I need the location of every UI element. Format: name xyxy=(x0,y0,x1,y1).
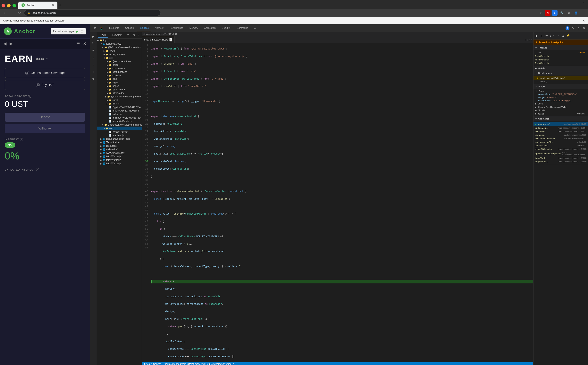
tree-item-main-tsx[interactable]: 📄 main.tsx?t=1629736187334 xyxy=(97,116,142,119)
scope-global[interactable]: ▶ Global Window xyxy=(534,112,588,115)
tree-item-fetch-worker-3[interactable]: ▶ 🌐 fetchWorker.js xyxy=(97,162,142,165)
cs-item-liquidation[interactable]: useLiquidationAlert index.ts:20 xyxy=(534,140,588,144)
star-icon[interactable]: ☆ xyxy=(538,10,543,16)
step-over-ctrl[interactable]: ↷ xyxy=(544,33,548,38)
tree-item-libs[interactable]: ▶ 📁 @libs xyxy=(97,63,142,67)
thread-call-2[interactable]: fetchWorker.js xyxy=(534,58,588,61)
device-icon[interactable]: 📱 xyxy=(98,26,104,30)
sidebar-icon-step-out[interactable]: ↑ xyxy=(91,62,96,67)
tree-item-pages[interactable]: ▶ 📁 pages xyxy=(97,84,142,88)
tree-item-fetch-worker-2[interactable]: ▶ 🌐 fetchWorker.js xyxy=(97,158,142,162)
step-over-button[interactable]: ⊙ xyxy=(80,29,84,34)
forward-button[interactable]: → xyxy=(10,10,15,16)
tree-item-terra-money[interactable]: ▶ 🌐 www.terra.money xyxy=(97,151,142,155)
tree-item-rx-stream[interactable]: ▶ 📁 @rx-stream xyxy=(97,88,142,91)
devtools-menu-icon[interactable]: ⋮ xyxy=(576,26,581,30)
devtools-settings-icon[interactable]: ⚙ xyxy=(570,26,575,30)
cs-item-useMemo2[interactable]: useMemo react.development.js:1532 xyxy=(534,133,588,137)
docs-link[interactable]: Docs ↗ xyxy=(36,57,48,60)
pretty-print-icon[interactable]: ≡ xyxy=(528,38,530,41)
url-input[interactable]: 🔒 localhost:3002/earn xyxy=(24,10,161,16)
scope-block-expand[interactable]: ▼ xyxy=(535,90,537,92)
devtools-tab-memory[interactable]: Memory xyxy=(187,25,201,31)
tree-item-manifest[interactable]: 📄 manifest.json xyxy=(97,133,142,137)
pause-button[interactable]: ⏸ xyxy=(539,34,544,38)
tree-item-vite[interactable]: ▶ 📁 @vite xyxy=(97,49,142,53)
ext-icon-2[interactable]: G xyxy=(552,10,558,16)
tree-item-earn[interactable]: ▼ 📁 earn xyxy=(97,126,142,130)
watch-header[interactable]: ▶ Watch xyxy=(534,66,588,71)
scope-module-expand[interactable]: ▶ xyxy=(535,109,537,112)
cs-item-beginWork[interactable]: beginWork react-dom.development.js:19063 xyxy=(534,156,588,160)
tree-item-resources[interactable]: ▶ 🌐 resources xyxy=(97,144,142,148)
devtools-tab-lighthouse[interactable]: Lighthouse xyxy=(234,25,251,31)
cs-item-renderHooks[interactable]: renderWithHooks react-dom.development.js… xyxy=(534,147,588,151)
ext-icon-3[interactable]: 🔧 xyxy=(559,10,565,16)
devtools-tab-application[interactable]: Application xyxy=(201,25,218,31)
anchor-nav-right[interactable]: ▶ xyxy=(8,40,14,47)
notification-close-button[interactable]: ✕ xyxy=(582,19,585,22)
cs-item-jobs[interactable]: JobsProvider Jobs.tsx:33 xyxy=(534,144,588,147)
apy-toggle-button[interactable]: APY xyxy=(5,142,15,148)
breakpoints-header[interactable]: ▼ Breakpoints xyxy=(534,71,588,76)
code-tab-connected-wallet[interactable]: useConnectedWallet.ts ✕ xyxy=(142,36,175,43)
breakpoint-checkbox[interactable]: ☑ xyxy=(537,77,539,79)
tab-close-button[interactable]: ✕ xyxy=(52,4,54,7)
tree-item-terra-money-wallet[interactable]: ▶ 📁 @terra-money/wallet-provider xyxy=(97,95,142,98)
anchor-nav-left[interactable]: ◀ xyxy=(2,40,8,47)
tree-item-env-ts[interactable]: 📄 env.ts?t=1629735202683 xyxy=(97,109,142,112)
file-tree-icon-1[interactable]: ⊡ xyxy=(132,33,136,38)
tree-item-client[interactable]: ▶ 📁 client xyxy=(97,98,142,102)
tree-item-fetch-worker-1[interactable]: ▶ 🌐 fetchWorker.js xyxy=(97,155,142,158)
code-tab-close-button[interactable]: ✕ xyxy=(169,38,172,42)
deactivate-bp[interactable]: ⊘ xyxy=(561,33,565,38)
cs-item-updateFn[interactable]: updateFunctionComponent react-dom.develo… xyxy=(534,151,588,156)
sidebar-icon-play[interactable]: ▶ xyxy=(91,34,96,39)
deposit-button[interactable]: Deposit xyxy=(5,113,85,122)
tree-item-fix-hmr[interactable]: ▶ 📁 fix-hmr xyxy=(97,102,142,105)
tree-item-react-dev-tools[interactable]: ▶ 🌐 React Developer Tools xyxy=(97,137,142,141)
search-code-icon[interactable]: ↕ xyxy=(531,38,532,41)
tree-item-webpack[interactable]: ▶ 🌐 webpack:// xyxy=(97,148,142,151)
devtools-tab-network[interactable]: Network xyxy=(152,25,166,31)
cs-item-useConnected[interactable]: useConnectedWallet useConnectedWallet.ts… xyxy=(534,137,588,140)
buy-ust-button[interactable]: $ Buy UST xyxy=(5,80,85,90)
get-insurance-button[interactable]: ⊙ Get Insurance Coverage xyxy=(5,68,85,78)
tree-item-jobs[interactable]: ▶ 📁 jobs xyxy=(97,77,142,81)
devtools-tab-performance[interactable]: Performance xyxy=(167,25,186,31)
devtools-tab-sources[interactable]: Sources xyxy=(137,25,151,31)
devtools-more-tabs[interactable]: ≫ xyxy=(252,26,258,30)
resume-button[interactable]: ▶ xyxy=(535,33,539,38)
scope-module[interactable]: ▶ Module xyxy=(534,109,588,112)
anchor-nav-close[interactable]: ✕ xyxy=(82,40,88,47)
threads-header[interactable]: ▼ Threads xyxy=(534,45,588,50)
anchor-nav-menu[interactable]: ☰ xyxy=(75,40,81,47)
tree-item-report[interactable]: 📄 reportWebVitals.ts xyxy=(97,119,142,123)
tree-item-react-refresh[interactable]: 📄 @react-refresh xyxy=(97,130,142,133)
maximize-window-button[interactable] xyxy=(13,4,16,7)
scope-closure-expand[interactable]: ▶ xyxy=(535,106,537,108)
thread-call-1[interactable]: fetchWorker.js xyxy=(534,54,588,58)
step-ctrl[interactable]: → xyxy=(556,34,560,38)
sidebar-icon-step-into[interactable]: ↓ xyxy=(91,55,96,60)
cs-item-anonymous[interactable]: ● (anonymous) useConnectedWallet.ts:32 xyxy=(534,122,588,126)
withdraw-button[interactable]: Withdraw xyxy=(5,124,85,133)
scope-closure[interactable]: ▶ Closure (useConnectedWallet) xyxy=(534,105,588,109)
step-into-ctrl[interactable]: ↓ xyxy=(549,34,552,38)
resume-execution-button[interactable]: ▶ xyxy=(76,29,79,34)
close-window-button[interactable] xyxy=(1,4,5,7)
file-tree-tab-page[interactable]: Page xyxy=(98,33,108,38)
ext-icon-4[interactable]: ⚙ xyxy=(566,10,572,16)
scope-block-header[interactable]: ▼ Block xyxy=(534,90,588,93)
tree-item-logics[interactable]: ▶ 📁 logics xyxy=(97,81,142,84)
new-tab-button[interactable]: + xyxy=(59,3,61,7)
file-tree-icon-2[interactable]: ≡ xyxy=(137,33,141,38)
back-button[interactable]: ← xyxy=(2,10,7,16)
call-stack-header[interactable]: ▼ Call Stack xyxy=(534,116,588,121)
tree-item-terra-station[interactable]: ▶ 🌐 Terra Station xyxy=(97,141,142,144)
tree-item-configurations[interactable]: ▶ 📁 configurations xyxy=(97,70,142,74)
tree-item-node-modules[interactable]: ▶ 📁 node_modules xyxy=(97,53,142,56)
breakpoint-1[interactable]: ☑ useConnectedWallet.ts:32 xyxy=(534,76,588,80)
cs-item-useMemo1[interactable]: useMemo react-dom.development.js:16413 xyxy=(534,130,588,133)
tree-item-localhost[interactable]: ▼ 🌐 localhost:3002 xyxy=(97,42,142,46)
